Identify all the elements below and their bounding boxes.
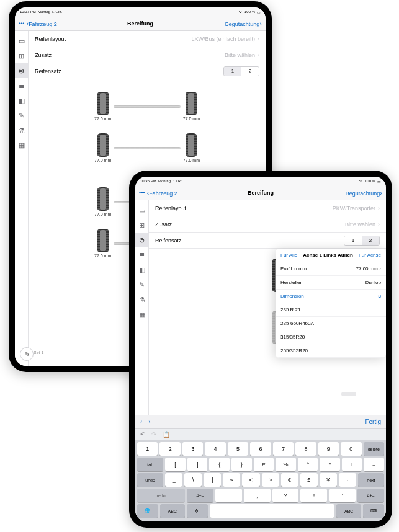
- key-4[interactable]: 4: [205, 442, 225, 456]
- key-hash[interactable]: #: [254, 458, 274, 471]
- pop-hersteller[interactable]: Hersteller Dunlop: [276, 276, 386, 290]
- sidebar2-item-8[interactable]: ▦: [135, 307, 148, 322]
- pop-opt-2[interactable]: 315/35R20: [276, 330, 386, 344]
- tire-a3-left[interactable]: 77.0 mm: [94, 187, 111, 216]
- sidebar-item-7[interactable]: ⚗: [15, 123, 28, 138]
- key-0[interactable]: 0: [341, 442, 361, 456]
- sidebar2-item-1[interactable]: ▭: [135, 203, 148, 218]
- row2-zusatz[interactable]: Zusatz Bitte wählen›: [149, 216, 386, 233]
- key-gt[interactable]: >: [262, 473, 279, 487]
- key-star[interactable]: *: [320, 458, 340, 471]
- key-6[interactable]: 6: [250, 442, 271, 456]
- key-5[interactable]: 5: [228, 442, 248, 456]
- sidebar2-item-4[interactable]: ≣: [135, 247, 148, 262]
- back-button-2[interactable]: ‹Fahrzeug 2: [146, 189, 177, 197]
- sidebar-item-tires[interactable]: ⊜: [15, 63, 28, 78]
- key-8[interactable]: 8: [295, 442, 316, 456]
- reifensatz-segment[interactable]: 1 2: [223, 66, 259, 76]
- key-yen[interactable]: ¥: [320, 473, 337, 487]
- key-tilde[interactable]: ~: [223, 473, 240, 487]
- key-2[interactable]: 2: [159, 442, 180, 456]
- pop-opt-1[interactable]: 235-660R460A: [276, 317, 386, 330]
- pop-dimension[interactable]: Dimension 3: [276, 290, 386, 303]
- key-mic[interactable]: 🎙: [187, 504, 208, 518]
- key-plus[interactable]: +: [342, 458, 362, 471]
- more-button[interactable]: •••: [19, 20, 24, 27]
- undo-icon[interactable]: ↶: [140, 431, 145, 438]
- key-redo[interactable]: redo: [137, 489, 185, 502]
- key-3[interactable]: 3: [182, 442, 203, 456]
- kb-next[interactable]: ›: [148, 419, 150, 425]
- tire-a1-left[interactable]: 77.0 mm: [94, 92, 111, 121]
- key-space[interactable]: [210, 504, 335, 518]
- key-rbrace[interactable]: }: [231, 458, 252, 471]
- key-equals[interactable]: =: [364, 458, 384, 471]
- key-backslash[interactable]: \: [184, 473, 202, 487]
- key-exclaim[interactable]: !: [300, 489, 327, 502]
- sidebar-item-4[interactable]: ≣: [15, 78, 28, 93]
- key-comma[interactable]: ,: [244, 489, 271, 502]
- key-question[interactable]: ?: [272, 489, 299, 502]
- key-pipe[interactable]: |: [204, 473, 221, 487]
- kb-prev[interactable]: ‹: [140, 419, 142, 425]
- key-period[interactable]: .: [215, 489, 242, 502]
- key-tab[interactable]: tab: [137, 458, 163, 471]
- key-rbracket[interactable]: ]: [187, 458, 208, 471]
- tire-a2-right[interactable]: 77.0 mm: [183, 133, 200, 162]
- more-button-2[interactable]: •••: [139, 190, 145, 196]
- pop-for-axle[interactable]: Für Achse: [359, 252, 381, 258]
- key-lbrace[interactable]: {: [209, 458, 230, 471]
- sidebar-item-2[interactable]: ⊞: [15, 48, 28, 63]
- kb-done[interactable]: Fertig: [365, 419, 381, 425]
- row-reifensatz: Reifensatz 1 2: [29, 63, 266, 79]
- key-lt[interactable]: <: [242, 473, 259, 487]
- key-hide-kb[interactable]: ⌨: [363, 504, 384, 518]
- tire-a4-left[interactable]: 77.0 mm: [94, 229, 111, 258]
- pop-profil[interactable]: Profil in mm 77,00 mm ›: [276, 262, 386, 276]
- sidebar2-item-6[interactable]: ✎: [135, 277, 148, 292]
- key-abc-l[interactable]: ABC: [160, 504, 185, 518]
- key-1[interactable]: 1: [137, 442, 158, 456]
- sidebar-item-6[interactable]: ✎: [15, 108, 28, 123]
- back-button[interactable]: ‹Fahrzeug 2: [26, 20, 56, 27]
- key-delete[interactable]: delete: [364, 442, 384, 456]
- sidebar-item-5[interactable]: ◧: [15, 93, 28, 108]
- sidebar2-item-2[interactable]: ⊞: [135, 218, 148, 233]
- key-sym-l[interactable]: #+=: [187, 489, 213, 502]
- sidebar2-item-7[interactable]: ⚗: [135, 292, 148, 307]
- row-reifenlayout[interactable]: Reifenlayout LKW/Bus (einfach bereift)›: [29, 31, 266, 47]
- forward-button-2[interactable]: Begutachtung›: [346, 189, 382, 197]
- key-apos[interactable]: ': [329, 489, 356, 502]
- sidebar2-item-tires[interactable]: ⊜: [135, 233, 148, 247]
- tire-a1-right[interactable]: 77.0 mm: [183, 92, 200, 121]
- sidebar-item-1[interactable]: ▭: [15, 33, 28, 48]
- row2-reifenlayout[interactable]: Reifenlayout PKW/Transporter›: [149, 200, 386, 216]
- row-zusatz[interactable]: Zusatz Bitte wählen›: [29, 47, 266, 63]
- redo-icon[interactable]: ↷: [151, 431, 156, 438]
- key-euro[interactable]: €: [281, 473, 298, 487]
- key-undo[interactable]: undo: [137, 473, 163, 487]
- paste-icon[interactable]: 📋: [163, 431, 170, 438]
- reifensatz-segment-2[interactable]: 1 2: [344, 236, 380, 246]
- key-sym-r[interactable]: #+=: [357, 489, 384, 502]
- edit-fab[interactable]: ✎: [20, 347, 34, 361]
- key-next[interactable]: next: [358, 473, 384, 487]
- key-globe[interactable]: 🌐: [137, 504, 158, 518]
- key-underscore[interactable]: _: [165, 473, 182, 487]
- key-9[interactable]: 9: [318, 442, 339, 456]
- pop-opt-3[interactable]: 255/35ZR20: [276, 344, 386, 358]
- forward-button[interactable]: Begutachtung›: [225, 20, 262, 27]
- sidebar-item-8[interactable]: ▦: [15, 138, 28, 153]
- pop-for-all[interactable]: Für Alle: [280, 252, 297, 258]
- pop-opt-0[interactable]: 235 R 21: [276, 303, 386, 317]
- key-lbracket[interactable]: [: [165, 458, 186, 471]
- key-percent[interactable]: %: [276, 458, 296, 471]
- key-7[interactable]: 7: [273, 442, 294, 456]
- tire-a2-left[interactable]: 77.0 mm: [94, 133, 111, 162]
- key-pound[interactable]: £: [300, 473, 318, 487]
- key-caret[interactable]: ^: [298, 458, 318, 471]
- key-abc-r[interactable]: ABC: [336, 504, 361, 518]
- sidebar2-item-5[interactable]: ◧: [135, 262, 148, 277]
- keyboard: 1 2 3 4 5 6 7 8 9 0 delete tab [ ] { } #…: [135, 440, 386, 521]
- key-dot[interactable]: ·: [339, 473, 356, 487]
